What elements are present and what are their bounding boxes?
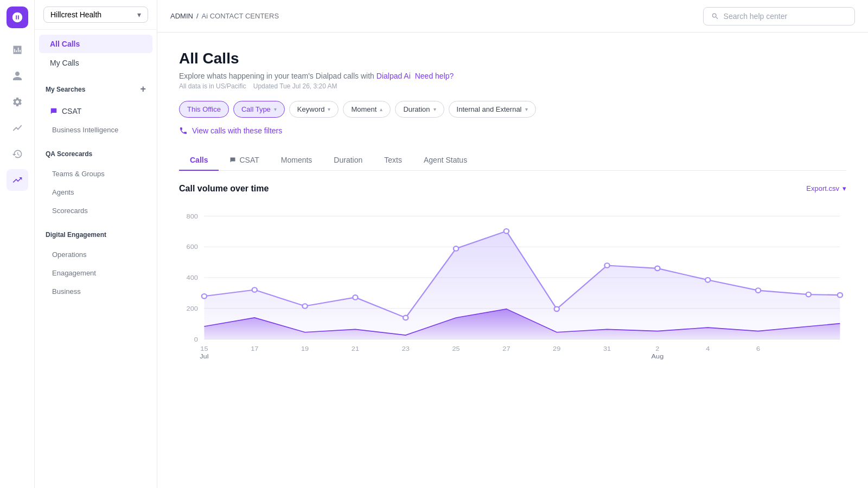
view-calls-text: View calls with these filters [192, 126, 282, 135]
nav-icon-chart[interactable] [7, 117, 28, 139]
page-title: All Calls [179, 50, 846, 67]
nav-icon-trending[interactable] [7, 169, 28, 191]
chart-container: 800 600 400 200 0 [179, 204, 846, 369]
svg-text:17: 17 [251, 345, 258, 352]
breadcrumb: ADMIN / Ai CONTACT CENTERS [170, 12, 279, 20]
qa-section: Teams & Groups Agents Scorecards [35, 160, 157, 224]
nav-item-my-calls[interactable]: My Calls [39, 54, 152, 72]
svg-point-16 [504, 229, 509, 234]
svg-point-13 [353, 295, 358, 300]
nav-item-teams-groups[interactable]: Teams & Groups [39, 165, 152, 183]
call-type-chevron: ▾ [274, 106, 277, 112]
svg-point-15 [454, 246, 458, 251]
tab-texts[interactable]: Texts [373, 150, 413, 171]
digital-group-label: Digital Engagement [35, 224, 157, 241]
need-help-link[interactable]: Need help? [415, 72, 454, 80]
main-nav-section: All Calls My Calls [35, 30, 157, 77]
app-logo[interactable] [7, 7, 28, 28]
svg-text:0: 0 [194, 336, 198, 343]
svg-text:800: 800 [187, 213, 198, 220]
svg-point-22 [806, 292, 811, 297]
filter-keyword[interactable]: Keyword ▾ [289, 101, 339, 118]
svg-text:15: 15 [200, 345, 208, 352]
svg-text:Aug: Aug [652, 352, 664, 359]
tab-moments[interactable]: Moments [270, 150, 323, 171]
svg-text:4: 4 [706, 345, 710, 352]
top-header: ADMIN / Ai CONTACT CENTERS [157, 0, 868, 33]
phone-icon [179, 126, 188, 135]
tab-csat[interactable]: CSAT [219, 150, 270, 171]
nav-item-csat[interactable]: CSAT [39, 102, 152, 120]
nav-item-business-intelligence[interactable]: Business Intelligence [39, 121, 152, 139]
view-calls-link[interactable]: View calls with these filters [179, 126, 846, 135]
page-meta: All data is in US/Pacific Updated Tue Ju… [179, 82, 846, 90]
search-box[interactable] [703, 7, 855, 25]
search-input[interactable] [724, 12, 847, 21]
svg-text:29: 29 [553, 345, 560, 352]
search-icon [711, 12, 719, 21]
nav-item-scorecards[interactable]: Scorecards [39, 202, 152, 220]
nav-icon-person[interactable] [7, 65, 28, 87]
filter-duration[interactable]: Duration ▾ [395, 101, 444, 118]
tab-calls[interactable]: Calls [179, 150, 219, 171]
nav-icon-settings[interactable] [7, 91, 28, 113]
svg-point-20 [705, 278, 710, 282]
svg-text:400: 400 [187, 274, 198, 281]
svg-point-12 [302, 304, 307, 309]
chart-svg: 800 600 400 200 0 [179, 204, 846, 367]
svg-text:19: 19 [301, 345, 309, 352]
tab-duration[interactable]: Duration [323, 150, 373, 171]
filter-internal-external[interactable]: Internal and External ▾ [449, 101, 536, 118]
svg-text:23: 23 [402, 345, 410, 352]
org-selector[interactable]: Hillcrest Health ▾ [43, 7, 148, 23]
nav-item-business[interactable]: Business [39, 282, 152, 300]
export-chevron: ▾ [843, 184, 846, 192]
my-searches-label: My Searches [46, 86, 85, 93]
left-nav: Hillcrest Health ▾ All Calls My Calls My… [35, 0, 157, 488]
qa-group-label: QA Scorecards [35, 144, 157, 160]
svg-text:200: 200 [187, 305, 198, 312]
svg-point-10 [202, 294, 207, 299]
nav-icon-history[interactable] [7, 143, 28, 165]
nav-item-operations[interactable]: Operations [39, 246, 152, 264]
filter-moment[interactable]: Moment ▴ [343, 101, 391, 118]
icon-sidebar [0, 0, 35, 488]
svg-point-23 [838, 292, 843, 297]
export-button[interactable]: Export.csv ▾ [806, 184, 846, 192]
tab-agent-status[interactable]: Agent Status [413, 150, 478, 171]
nav-item-agents[interactable]: Agents [39, 183, 152, 201]
csat-section: CSAT Business Intelligence [35, 97, 157, 144]
duration-chevron: ▾ [433, 106, 436, 112]
dialpad-ai-link[interactable]: Dialpad Ai [376, 72, 411, 80]
nav-item-all-calls[interactable]: All Calls [39, 35, 152, 53]
left-nav-header: Hillcrest Health ▾ [35, 0, 157, 30]
chart-title: Call volume over time [179, 184, 269, 194]
my-searches-group: My Searches + [35, 77, 157, 97]
nav-item-engagement[interactable]: Enagagement [39, 264, 152, 282]
breadcrumb-admin: ADMIN [170, 12, 193, 20]
content-area: All Calls Explore whats happening in you… [157, 33, 868, 488]
filter-call-type[interactable]: Call Type ▾ [233, 101, 285, 118]
moment-chevron: ▴ [380, 106, 382, 112]
breadcrumb-sep: / [196, 12, 199, 20]
svg-text:25: 25 [452, 345, 459, 352]
svg-text:27: 27 [502, 345, 510, 352]
nav-icon-analytics[interactable] [7, 39, 28, 61]
csat-label: CSAT [62, 107, 81, 115]
svg-point-17 [554, 306, 559, 311]
svg-text:600: 600 [187, 243, 198, 250]
internal-external-chevron: ▾ [525, 106, 528, 112]
svg-point-11 [252, 287, 257, 292]
export-label: Export.csv [806, 184, 839, 192]
org-chevron: ▾ [137, 10, 141, 19]
svg-text:2: 2 [655, 345, 659, 352]
timezone-label: All data is in US/Pacific [179, 82, 246, 90]
svg-text:Jul: Jul [200, 352, 208, 359]
my-searches-add[interactable]: + [140, 84, 146, 95]
svg-text:31: 31 [603, 345, 611, 352]
keyword-chevron: ▾ [328, 106, 330, 112]
digital-section: Operations Enagagement Business [35, 241, 157, 305]
csat-tab-icon [229, 157, 236, 163]
filter-this-office[interactable]: This Office [179, 101, 229, 118]
svg-text:21: 21 [352, 345, 359, 352]
